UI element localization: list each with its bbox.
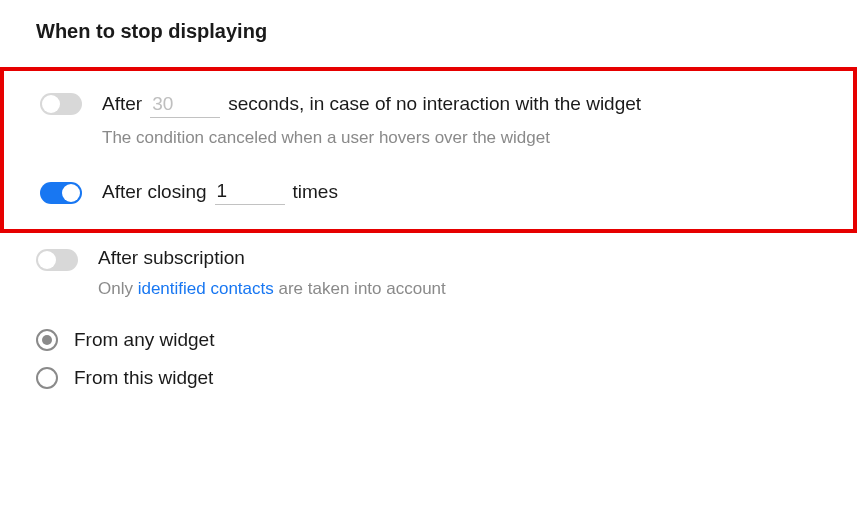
option3-title: After subscription [98,247,245,269]
seconds-input[interactable] [150,91,220,118]
option3-help-suffix: are taken into account [274,279,446,298]
radio-this-label: From this widget [74,367,213,389]
option2-suffix: times [293,181,338,203]
radio-any-label: From any widget [74,329,214,351]
option1-prefix: After [102,93,142,115]
toggle-knob-icon [38,251,56,269]
option2-prefix: After closing [102,181,207,203]
toggle-after-seconds[interactable] [40,93,82,115]
radio-from-any-widget[interactable]: From any widget [36,329,821,351]
option3-help-prefix: Only [98,279,138,298]
radio-icon [36,329,58,351]
toggle-knob-icon [62,184,80,202]
section-title: When to stop displaying [36,20,821,43]
identified-contacts-link[interactable]: identified contacts [138,279,274,298]
radio-from-this-widget[interactable]: From this widget [36,367,821,389]
option1-help: The condition canceled when a user hover… [102,128,853,148]
toggle-after-closing[interactable] [40,182,82,204]
radio-widget-scope: From any widget From this widget [36,329,821,389]
highlighted-options: After seconds, in case of no interaction… [0,67,857,233]
option-after-closing: After closing times [4,178,853,205]
option1-suffix: seconds, in case of no interaction with … [228,93,641,115]
toggle-knob-icon [42,95,60,113]
option-after-seconds: After seconds, in case of no interaction… [4,91,853,148]
toggle-after-subscription[interactable] [36,249,78,271]
radio-icon [36,367,58,389]
option-after-subscription: After subscription Only identified conta… [36,247,821,299]
option3-help: Only identified contacts are taken into … [98,279,821,299]
times-input[interactable] [215,178,285,205]
